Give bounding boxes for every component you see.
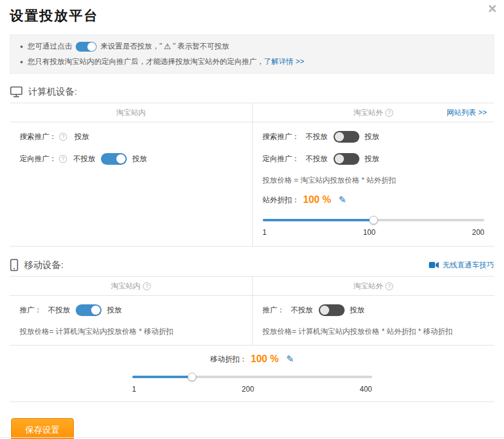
promo-label: 推广： [263, 305, 285, 315]
slider-handle[interactable] [369, 216, 378, 224]
help-icon[interactable]: ? [59, 133, 67, 141]
mobile-table: 淘宝站内 ? 淘宝站外 ? 推广： 不投放 投放 投放价格= 计算机淘宝站内投放… [10, 276, 494, 402]
help-icon[interactable]: ? [143, 282, 151, 290]
mobile-discount-line: 移动折扣： 100 % ✎ [10, 352, 494, 366]
mobile-table-body: 推广： 不投放 投放 投放价格= 计算机淘宝站内投放价格 * 移动折扣 推广： … [10, 296, 494, 401]
monitor-icon [10, 86, 23, 98]
notice-text: 您只有投放淘宝站内的定向推广后，才能选择投放淘宝站外的定向推广， [28, 57, 264, 67]
slider-min-label: 1 [263, 228, 267, 237]
computer-onsite-targeted-row: 定向推广： ? 不投放 投放 [20, 152, 242, 165]
dialog-title: 设置投放平台 [10, 7, 494, 25]
toggle-on-label: 投放 [365, 154, 380, 164]
toggle-on-label: 投放 [107, 305, 122, 315]
mobile-onsite-promo-row: 推广： 不投放 投放 [20, 303, 242, 317]
mobile-offsite-promo-row: 推广： 不投放 投放 [263, 303, 485, 317]
save-settings-button[interactable]: 保存设置 [11, 418, 74, 439]
computer-onsite-cell: 搜索推广： ? 投放 定向推广： ? 不投放 投放 [10, 122, 252, 246]
slider-fill [132, 376, 193, 378]
computer-offsite-targeted-row: 定向推广： 不投放 投放 [263, 152, 485, 165]
warning-icon: ⚠ [164, 42, 171, 51]
mobile-onsite-price-formula: 投放价格= 计算机淘宝站内投放价格 * 移动折扣 [20, 326, 242, 336]
slider-min-label: 1 [132, 385, 137, 394]
toggle-off-label: 不投放 [73, 154, 95, 164]
search-promo-value: 投放 [74, 132, 89, 142]
toggle-off-label: 不投放 [48, 305, 70, 315]
toggle-knob [335, 132, 344, 141]
search-promo-label: 搜索推广： [20, 132, 57, 142]
computer-section-title-wrap: 计算机设备: [10, 86, 77, 98]
learn-more-link[interactable]: 了解详情 >> [264, 57, 304, 67]
edit-pencil-icon[interactable]: ✎ [338, 194, 346, 205]
notice-line-2: 您只有投放淘宝站内的定向推广后，才能选择投放淘宝站外的定向推广， 了解详情 >> [18, 54, 486, 69]
notice-line-1: 您可通过点击 来设置是否投放，" ⚠ " 表示暂不可投放 [18, 39, 486, 54]
computer-offsite-header-label: 淘宝站外 [353, 108, 383, 118]
computer-section-header: 计算机设备: [10, 86, 494, 98]
mobile-tips-wrap: 无线直通车技巧 [429, 260, 494, 271]
offsite-price-formula: 投放价格 = 淘宝站内投放价格 * 站外折扣 [263, 175, 485, 185]
notice-text: " 表示暂不可投放 [173, 41, 230, 52]
computer-onsite-header: 淘宝站内 [10, 103, 252, 122]
mobile-offsite-cell: 推广： 不投放 投放 投放价格= 计算机淘宝站内投放价格 * 站外折扣 * 移动… [252, 296, 495, 345]
wireless-tips-link[interactable]: 无线直通车技巧 [442, 260, 494, 271]
toggle-example-icon [76, 42, 97, 52]
toggle-knob [91, 306, 100, 315]
targeted-promo-label: 定向推广： [263, 154, 300, 164]
targeted-promo-label: 定向推广： [20, 154, 57, 164]
computer-offsite-header: 淘宝站外 ? 网站列表 >> [252, 103, 495, 122]
close-icon[interactable]: × [488, 1, 497, 16]
notice-text: 来设置是否投放，" [100, 41, 162, 52]
bullet-icon [20, 61, 23, 63]
offsite-discount-value: 100 % [303, 194, 331, 205]
offsite-discount-row: 站外折扣： 100 % ✎ [263, 192, 485, 207]
offsite-discount-label: 站外折扣： [263, 195, 300, 205]
slider-max-label: 400 [359, 385, 372, 394]
toggle-knob [335, 154, 344, 164]
slider-max-label: 200 [472, 228, 484, 237]
toggle-on-label: 投放 [132, 154, 147, 164]
computer-offsite-targeted-toggle[interactable] [334, 153, 359, 165]
computer-section-title: 计算机设备: [28, 86, 77, 98]
computer-offsite-search-toggle[interactable] [334, 131, 359, 143]
mobile-offsite-promo-toggle[interactable] [319, 304, 345, 316]
notice-text: 您可通过点击 [28, 41, 72, 52]
toggle-on-label: 投放 [365, 132, 380, 142]
offsite-slider-labels: 1 100 200 [263, 228, 485, 237]
help-icon[interactable]: ? [59, 155, 67, 163]
help-icon[interactable]: ? [385, 109, 393, 117]
slider-handle[interactable] [188, 373, 196, 381]
website-list-link[interactable]: 网站列表 >> [447, 103, 487, 122]
computer-offsite-cell: 搜索推广： 不投放 投放 定向推广： 不投放 投放 投放价格 = 淘宝站内投放价… [252, 122, 495, 246]
mobile-section-title-wrap: 移动设备: [10, 259, 63, 271]
slider-mid-label: 200 [242, 385, 254, 394]
toggle-off-label: 不投放 [306, 132, 328, 142]
video-icon [429, 261, 439, 269]
toggle-off-label: 不投放 [306, 154, 328, 164]
toggle-knob [320, 306, 329, 315]
toggle-knob [116, 154, 126, 164]
page-bottom-divider [0, 437, 504, 438]
mobile-onsite-cell: 推广： 不投放 投放 投放价格= 计算机淘宝站内投放价格 * 移动折扣 [10, 296, 252, 345]
computer-onsite-targeted-toggle[interactable] [101, 153, 127, 165]
help-icon[interactable]: ? [385, 282, 393, 290]
promo-label: 推广： [20, 305, 42, 315]
mobile-offsite-header: 淘宝站外 ? [252, 277, 495, 295]
offsite-discount-slider [263, 216, 485, 224]
mobile-discount-label: 移动折扣： [210, 354, 247, 365]
slider-mid-label: 100 [363, 228, 375, 237]
bullet-icon [20, 45, 23, 48]
computer-offsite-search-row: 搜索推广： 不投放 投放 [263, 130, 485, 143]
mobile-onsite-promo-toggle[interactable] [76, 304, 102, 316]
mobile-section-title: 移动设备: [24, 259, 63, 271]
toggle-on-label: 投放 [350, 305, 365, 315]
toggle-knob [87, 42, 96, 51]
slider-fill [263, 219, 374, 221]
mobile-table-header: 淘宝站内 ? 淘宝站外 ? [10, 277, 494, 296]
mobile-offsite-price-formula: 投放价格= 计算机淘宝站内投放价格 * 站外折扣 * 移动折扣 [263, 326, 485, 336]
toggle-off-label: 不投放 [291, 305, 313, 315]
notice-box: 您可通过点击 来设置是否投放，" ⚠ " 表示暂不可投放 您只有投放淘宝站内的定… [10, 34, 494, 74]
computer-table-header: 淘宝站内 淘宝站外 ? 网站列表 >> [10, 103, 494, 122]
mobile-onsite-header: 淘宝站内 ? [10, 277, 252, 295]
edit-pencil-icon[interactable]: ✎ [286, 354, 294, 365]
mobile-discount-slider [132, 373, 372, 381]
mobile-onsite-header-label: 淘宝站内 [111, 281, 140, 291]
